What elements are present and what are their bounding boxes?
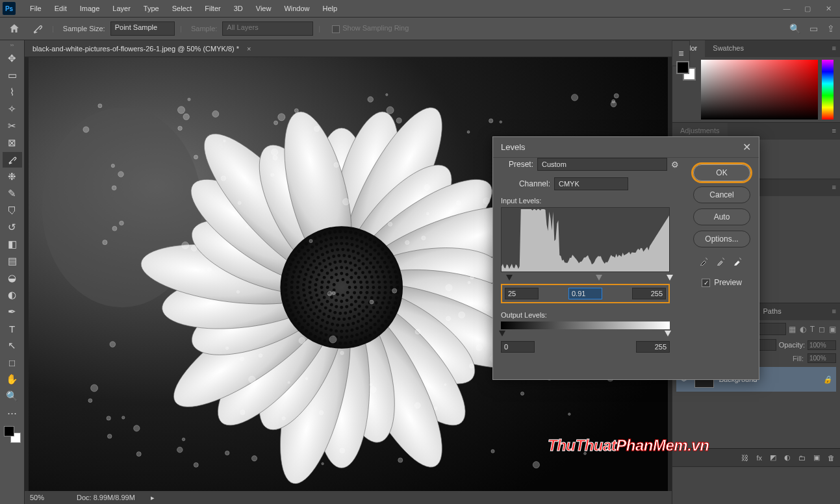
channel-select[interactable]: CMYK <box>554 177 628 190</box>
tool-magic-wand[interactable]: ✧ <box>3 101 22 117</box>
delete-layer-icon[interactable]: 🗑 <box>828 454 835 462</box>
adjustments-panel-menu[interactable]: ≡ <box>828 123 840 140</box>
output-slider-black[interactable] <box>499 331 505 336</box>
input-black-field[interactable]: 25 <box>505 288 539 299</box>
menu-layer[interactable]: Layer <box>106 2 137 15</box>
input-mid-field[interactable]: 0.91 <box>568 288 602 299</box>
tool-crop[interactable]: ✂ <box>3 118 22 134</box>
tab-paths[interactable]: Paths <box>756 303 789 320</box>
tool-type[interactable]: T <box>3 321 22 336</box>
toolbox-colors[interactable] <box>4 426 21 443</box>
menu-image[interactable]: Image <box>73 2 107 15</box>
menu-type[interactable]: Type <box>137 2 166 15</box>
tool-frame[interactable]: ⊠ <box>3 135 22 151</box>
tool-zoom[interactable]: 🔍 <box>3 388 22 404</box>
tool-brush[interactable]: ✎ <box>3 186 22 201</box>
tool-lasso[interactable]: ⌇ <box>3 84 22 100</box>
link-layers-icon[interactable]: ⛓ <box>741 454 748 462</box>
menu-help[interactable]: Help <box>316 2 344 15</box>
status-arrow[interactable]: ▸ <box>151 494 155 502</box>
input-white-field[interactable]: 255 <box>632 288 666 299</box>
tool-eyedropper[interactable] <box>3 152 22 168</box>
tool-marquee[interactable]: ▭ <box>3 68 22 83</box>
tool-eraser[interactable]: ◧ <box>3 236 22 252</box>
options-button[interactable]: Options... <box>693 231 750 247</box>
toolbox-handle[interactable]: ›› <box>0 40 24 49</box>
tool-dodge[interactable]: ◐ <box>3 287 22 303</box>
tool-path-select[interactable]: ↖ <box>3 338 22 353</box>
input-slider-gray[interactable] <box>596 275 602 281</box>
input-slider[interactable] <box>501 275 670 281</box>
filter-type-icon[interactable]: T <box>810 325 815 334</box>
tab-swatches[interactable]: Swatches <box>705 40 752 57</box>
home-icon[interactable] <box>5 19 23 38</box>
layer-fx-icon[interactable]: fx <box>756 454 762 462</box>
svg-point-29 <box>348 286 351 289</box>
tool-blur[interactable]: ◒ <box>3 270 22 286</box>
search-icon[interactable]: 🔍 <box>789 23 800 34</box>
preset-select[interactable]: Custom <box>537 158 667 171</box>
ok-button[interactable]: OK <box>693 164 750 181</box>
show-sampling-ring-checkbox[interactable] <box>332 25 340 33</box>
layer-mask-icon[interactable]: ◩ <box>770 453 776 462</box>
color-picker-field[interactable] <box>701 60 818 120</box>
tool-gradient[interactable]: ▤ <box>3 253 22 269</box>
document-tab[interactable]: black-and-white-pictures-of-flowers-26-1… <box>25 40 672 57</box>
filter-adj-icon[interactable]: ◐ <box>800 325 806 334</box>
output-slider-white[interactable] <box>665 331 671 336</box>
preset-menu-icon[interactable]: ⚙ <box>671 160 679 170</box>
input-slider-black[interactable] <box>506 275 513 281</box>
document-tab-close[interactable]: × <box>247 45 251 53</box>
new-layer-icon[interactable]: ▣ <box>813 453 820 462</box>
tool-rectangle[interactable]: □ <box>3 355 22 370</box>
tool-move[interactable]: ✥ <box>3 51 22 66</box>
layer-group-icon[interactable]: 🗀 <box>798 454 806 462</box>
output-black-field[interactable]: 0 <box>501 341 535 353</box>
dialog-close[interactable]: ✕ <box>743 141 751 153</box>
menu-edit[interactable]: Edit <box>48 2 73 15</box>
menu-file[interactable]: File <box>23 2 48 15</box>
hue-slider[interactable] <box>822 60 834 120</box>
cancel-button[interactable]: Cancel <box>693 186 750 203</box>
workspace-icon[interactable]: ▭ <box>809 23 818 34</box>
fill-input[interactable]: 100% <box>808 353 836 363</box>
window-minimize[interactable]: — <box>778 2 796 15</box>
adjustment-layer-icon[interactable]: ◐ <box>784 453 791 462</box>
tool-edit-toolbar[interactable]: ⋯ <box>3 405 22 421</box>
window-close[interactable]: ✕ <box>819 2 837 15</box>
svg-point-293 <box>361 240 364 244</box>
menu-3d[interactable]: 3D <box>227 2 249 15</box>
tool-history-brush[interactable]: ↺ <box>3 220 22 235</box>
layer-locked-icon[interactable]: 🔒 <box>823 375 832 384</box>
menu-window[interactable]: Window <box>277 2 316 15</box>
layers-panel-menu[interactable]: ≡ <box>828 303 840 320</box>
output-slider[interactable] <box>501 331 670 337</box>
gray-point-eyedropper-icon[interactable] <box>717 255 727 268</box>
sample-size-select[interactable]: Point Sample <box>110 21 175 36</box>
status-zoom[interactable]: 50% <box>30 494 61 501</box>
properties-panel-menu[interactable]: ≡ <box>828 179 840 196</box>
window-maximize[interactable]: ▢ <box>798 2 817 15</box>
white-point-eyedropper-icon[interactable] <box>733 255 744 268</box>
sample-select[interactable]: All Layers <box>222 21 313 36</box>
filter-smart-icon[interactable]: ▣ <box>829 325 836 334</box>
color-fgbg[interactable] <box>676 61 696 81</box>
tool-hand[interactable]: ✋ <box>3 372 22 387</box>
menu-select[interactable]: Select <box>166 2 199 15</box>
menu-filter[interactable]: Filter <box>198 2 227 15</box>
color-panel-menu[interactable]: ≡ <box>828 40 840 57</box>
tool-heal[interactable]: ❉ <box>3 169 22 184</box>
black-point-eyedropper-icon[interactable] <box>700 255 710 268</box>
share-icon[interactable]: ⇪ <box>827 23 835 34</box>
input-slider-white[interactable] <box>667 275 673 281</box>
auto-button[interactable]: Auto <box>693 208 750 225</box>
filter-pixel-icon[interactable]: ▦ <box>789 325 796 334</box>
preview-checkbox[interactable]: ✓ <box>702 279 710 287</box>
opacity-input[interactable]: 100% <box>808 340 836 350</box>
filter-shape-icon[interactable]: ◻ <box>819 325 825 334</box>
tool-pen[interactable]: ✒ <box>3 304 22 320</box>
menu-view[interactable]: View <box>249 2 278 15</box>
svg-point-310 <box>387 316 390 319</box>
output-white-field[interactable]: 255 <box>636 341 670 353</box>
tool-clone-stamp[interactable]: ⛉ <box>3 203 22 218</box>
